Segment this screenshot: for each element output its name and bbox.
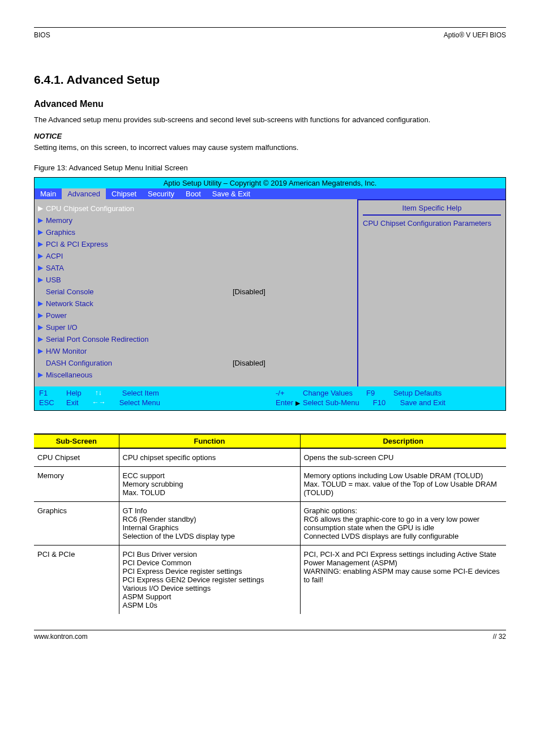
triangle-right-icon: ▶ xyxy=(38,347,46,355)
bios-tabs: Main Advanced Chipset Security Boot Save… xyxy=(35,188,505,199)
footer-page: // 32 xyxy=(493,633,506,641)
help-title: Item Specific Help xyxy=(363,204,501,212)
section-sub: Advanced Menu xyxy=(34,99,506,109)
bios-footer: F1Help ↑↓Select Item -/+Change Values F9… xyxy=(35,386,505,410)
col-function: Function xyxy=(119,434,300,448)
triangle-right-icon: ▶ xyxy=(38,204,46,212)
figure-caption: Figure 13: Advanced Setup Menu Initial S… xyxy=(34,163,506,173)
list-item[interactable]: ▶Graphics xyxy=(38,226,352,238)
footer-url: www.kontron.com xyxy=(34,633,88,641)
col-description: Description xyxy=(300,434,506,448)
notice-text: Setting items, on this screen, to incorr… xyxy=(34,143,506,153)
tab-chipset[interactable]: Chipset xyxy=(106,188,142,199)
tab-security[interactable]: Security xyxy=(142,188,180,199)
section-desc: The Advanced setup menu provides sub-scr… xyxy=(34,115,506,125)
section-title: 6.4.1. Advanced Setup xyxy=(34,73,506,87)
triangle-right-icon: ▶ xyxy=(38,216,46,224)
bios-screenshot: Aptio Setup Utility – Copyright © 2019 A… xyxy=(34,177,506,411)
col-subscreen: Sub-Screen xyxy=(34,434,119,448)
triangle-right-icon: ▶ xyxy=(38,335,46,343)
tab-save-exit[interactable]: Save & Exit xyxy=(207,188,256,199)
list-item[interactable]: ▶Miscellaneous xyxy=(38,369,352,381)
list-item[interactable]: ▶Memory xyxy=(38,214,352,226)
triangle-right-icon: ▶ xyxy=(38,252,46,260)
triangle-right-icon: ▶ xyxy=(295,400,300,406)
table-row: CPU Chipset CPU chipset specific options… xyxy=(34,448,506,467)
triangle-right-icon: ▶ xyxy=(38,371,46,379)
triangle-right-icon: ▶ xyxy=(38,311,46,319)
list-item[interactable]: ▶Power xyxy=(38,310,352,321)
list-item[interactable]: ▶PCI & PCI Express xyxy=(38,238,352,250)
list-item[interactable]: Serial Console[Disabled] xyxy=(38,286,352,298)
arrows-vert-icon: ↑↓ xyxy=(95,389,118,397)
options-table: Sub-Screen Function Description CPU Chip… xyxy=(34,433,506,614)
triangle-right-icon: ▶ xyxy=(38,323,46,331)
tab-main[interactable]: Main xyxy=(35,188,62,199)
bios-util-title: Aptio Setup Utility – Copyright © 2019 A… xyxy=(35,178,505,188)
list-item[interactable]: ▶H/W Monitor xyxy=(38,345,352,357)
triangle-right-icon: ▶ xyxy=(38,264,46,272)
list-item[interactable]: ▶Serial Port Console Redirection xyxy=(38,333,352,345)
list-item[interactable]: ▶ACPI xyxy=(38,250,352,262)
list-item[interactable]: DASH Configuration[Disabled] xyxy=(38,357,352,369)
triangle-right-icon: ▶ xyxy=(38,240,46,248)
list-item[interactable]: ▶CPU Chipset Configuration xyxy=(38,203,352,214)
triangle-right-icon: ▶ xyxy=(38,276,46,284)
notice-label: NOTICE xyxy=(34,132,62,140)
table-row: Memory ECC support Memory scrubbing Max.… xyxy=(34,466,506,501)
arrows-horiz-icon: ←→ xyxy=(92,398,115,406)
list-item[interactable]: ▶USB xyxy=(38,274,352,286)
triangle-right-icon: ▶ xyxy=(38,228,46,236)
table-row: PCI & PCIe PCI Bus Driver version PCI De… xyxy=(34,545,506,614)
triangle-right-icon: ▶ xyxy=(38,299,46,307)
list-item[interactable]: ▶SATA xyxy=(38,262,352,274)
tab-boot[interactable]: Boot xyxy=(180,188,207,199)
header-left: BIOS xyxy=(34,31,50,39)
tab-advanced[interactable]: Advanced xyxy=(62,188,106,199)
bios-left-panel: ▶CPU Chipset Configuration ▶Memory ▶Grap… xyxy=(35,199,357,386)
list-item[interactable]: ▶Super I/O xyxy=(38,321,352,333)
bios-help-panel: Item Specific Help CPU Chipset Configura… xyxy=(357,199,505,386)
help-body: CPU Chipset Configuration Parameters xyxy=(363,219,501,227)
table-row: Graphics GT Info RC6 (Render standby) In… xyxy=(34,501,506,545)
header-right: Aptio® V UEFI BIOS xyxy=(444,31,506,39)
list-item[interactable]: ▶Network Stack xyxy=(38,298,352,310)
